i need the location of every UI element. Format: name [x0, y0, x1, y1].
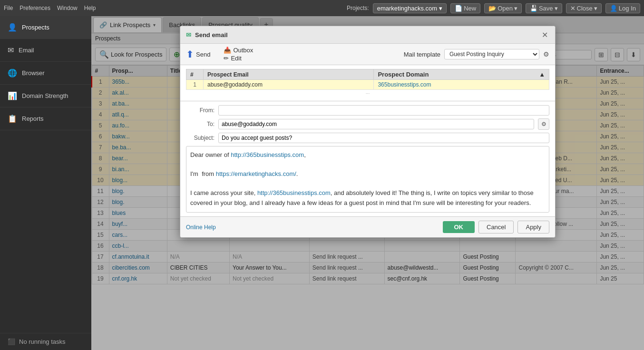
mail-template-select[interactable]: Guest Posting Inquiry — [444, 49, 539, 59]
no-running-tasks-label: No running tasks — [19, 338, 66, 345]
menu-preferences[interactable]: Preferences — [20, 5, 50, 11]
send-icon: ⬆ — [186, 49, 194, 60]
ok-btn[interactable]: OK — [443, 221, 475, 233]
new-btn[interactable]: 📄 New — [450, 3, 480, 13]
cancel-btn[interactable]: Cancel — [478, 221, 514, 233]
modal-title: ✉ Send email — [186, 31, 228, 39]
modal-footer: Online Help OK Cancel Apply — [180, 216, 555, 237]
body-link-2[interactable]: https://emarketinghacks.com/ — [216, 170, 296, 177]
email-body[interactable]: Dear owner of http://365businesstips.com… — [186, 146, 549, 213]
modal-inner-table-section: # Prospect Email Prospect Domain ▲ 1 abu… — [180, 65, 555, 101]
save-btn[interactable]: 💾 Save ▾ — [526, 3, 562, 13]
sidebar-label-domain-strength: Domain Strength — [22, 92, 68, 99]
apply-btn[interactable]: Apply — [517, 221, 549, 233]
to-input[interactable] — [218, 119, 534, 129]
login-btn[interactable]: 👤 Log In — [605, 3, 640, 13]
projects-label: Projects: — [347, 5, 369, 11]
from-input[interactable] — [218, 105, 549, 116]
from-row: From: — [186, 105, 549, 116]
sidebar-bottom: ⬛ No running tasks — [0, 333, 91, 350]
user-icon: 👤 — [610, 5, 617, 12]
reports-icon: 📋 — [8, 114, 17, 123]
to-label: To: — [186, 121, 215, 127]
modal-inner-table: # Prospect Email Prospect Domain ▲ 1 abu… — [186, 69, 549, 90]
mail-template-gear-icon[interactable]: ⚙ — [543, 50, 549, 58]
to-settings-btn[interactable]: ⚙ — [538, 118, 549, 130]
menu-bar: File Preferences Window Help — [4, 5, 96, 11]
send-label: Send — [196, 51, 210, 58]
sidebar-item-domain-strength[interactable]: 📊 Domain Strength — [0, 85, 91, 107]
topbar: File Preferences Window Help Projects: e… — [0, 0, 644, 16]
edit-label: Edit — [231, 55, 241, 62]
sort-icon[interactable]: ▲ — [539, 71, 545, 78]
sidebar-item-email[interactable]: ✉ Email — [0, 39, 91, 62]
outbox-icon: 📥 — [224, 47, 231, 54]
open-icon: 📂 — [488, 5, 496, 12]
subject-row: Subject: — [186, 133, 549, 143]
modal-toolbar: ⬆ Send 📥 Outbox ✏ Edit Mail template Gue… — [180, 44, 555, 65]
email-icon: ✉ — [8, 46, 14, 55]
sidebar: 👤 Prospects ✉ Email 🌐 Browser 📊 Domain S… — [0, 16, 91, 350]
subject-input[interactable] — [218, 133, 549, 143]
inner-table-row[interactable]: 1 abuse@godaddy.com 365businesstips.com — [186, 80, 549, 90]
browser-icon: 🌐 — [8, 68, 17, 78]
inner-col-domain: Prospect Domain ▲ — [374, 69, 549, 80]
topbar-right: Projects: emarketinghacks.com ▾ 📄 New 📂 … — [347, 3, 640, 13]
sidebar-label-prospects: Prospects — [22, 24, 49, 31]
modal-title-text: Send email — [195, 31, 228, 39]
projects-dropdown[interactable]: emarketinghacks.com ▾ — [373, 3, 447, 13]
sidebar-item-browser[interactable]: 🌐 Browser — [0, 62, 91, 85]
send-email-modal: ✉ Send email ✕ ⬆ Send 📥 Outbox ✏ Edit — [180, 26, 556, 238]
sidebar-label-browser: Browser — [22, 69, 45, 77]
send-btn[interactable]: ⬆ Send — [186, 49, 210, 60]
modal-header: ✉ Send email ✕ — [180, 26, 555, 44]
outbox-label: Outbox — [233, 47, 253, 54]
save-icon: 💾 — [530, 5, 537, 12]
mail-template-row: Mail template Guest Posting Inquiry ⚙ — [404, 49, 549, 59]
modal-overlay: ✉ Send email ✕ ⬆ Send 📥 Outbox ✏ Edit — [91, 16, 644, 350]
close-btn[interactable]: ✕ Close ▾ — [566, 3, 602, 13]
sidebar-item-reports[interactable]: 📋 Reports — [0, 107, 91, 130]
new-icon: 📄 — [455, 5, 462, 12]
prospects-icon: 👤 — [8, 23, 17, 32]
inner-col-num: # — [186, 69, 204, 80]
edit-btn[interactable]: ✏ Edit — [224, 55, 253, 62]
outbox-edit-group: 📥 Outbox ✏ Edit — [224, 47, 253, 62]
close-icon: ✕ — [570, 5, 576, 12]
modal-email-icon: ✉ — [186, 31, 191, 39]
to-row: To: ⚙ — [186, 118, 549, 130]
menu-window[interactable]: Window — [57, 5, 78, 11]
sidebar-item-prospects[interactable]: 👤 Prospects — [0, 16, 91, 39]
from-label: From: — [186, 107, 215, 114]
scroll-indicator: ··· — [186, 90, 549, 97]
edit-icon: ✏ — [224, 55, 229, 62]
mail-template-label: Mail template — [404, 51, 440, 58]
modal-close-btn[interactable]: ✕ — [540, 30, 549, 39]
tasks-icon: ⬛ — [8, 338, 15, 345]
online-help-link[interactable]: Online Help — [186, 224, 216, 231]
inner-col-email: Prospect Email — [204, 69, 374, 80]
prospect-email-cell: abuse@godaddy.com — [204, 80, 374, 90]
subject-label: Subject: — [186, 135, 215, 141]
sidebar-label-email: Email — [19, 47, 34, 54]
domain-strength-icon: 📊 — [8, 91, 17, 100]
body-link-1[interactable]: http://365businesstips.com — [231, 151, 304, 158]
menu-file[interactable]: File — [4, 5, 13, 11]
prospect-domain-cell: 365businesstips.com — [374, 80, 549, 90]
body-link-3[interactable]: http://365businesstips.com — [257, 189, 331, 196]
open-btn[interactable]: 📂 Open ▾ — [484, 3, 522, 13]
menu-help[interactable]: Help — [84, 5, 96, 11]
sidebar-label-reports: Reports — [22, 115, 44, 122]
outbox-btn[interactable]: 📥 Outbox — [224, 47, 253, 54]
email-form: From: To: ⚙ Subject: Dear owner of http:… — [180, 101, 555, 216]
